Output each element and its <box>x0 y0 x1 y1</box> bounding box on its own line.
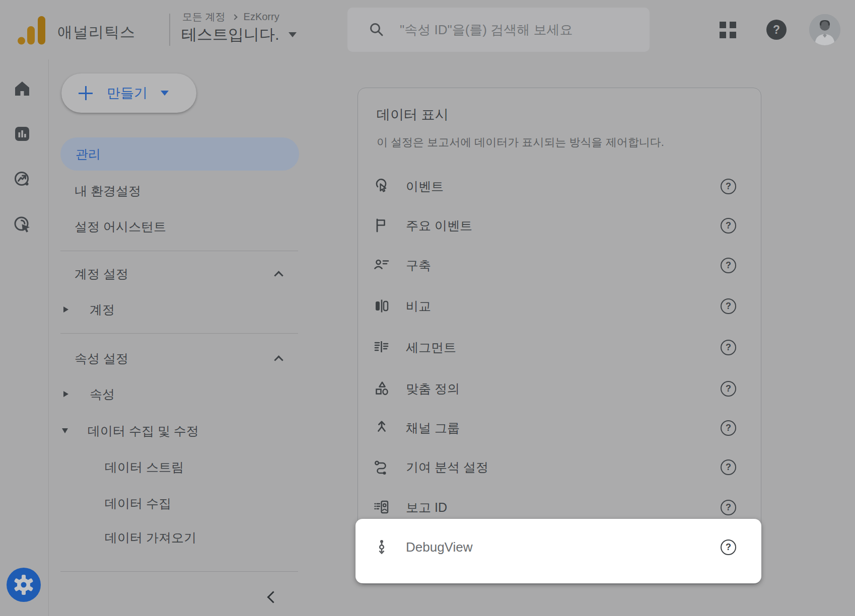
sidebar-item-my-preferences[interactable]: 내 환경설정 <box>75 182 141 200</box>
avatar[interactable] <box>809 14 840 45</box>
sidebar-item-property[interactable]: 속성 <box>63 385 115 403</box>
sidebar-item-admin[interactable]: 관리 <box>60 137 299 171</box>
sidebar-item-label: 속성 <box>90 386 115 403</box>
breadcrumb-account-name: EzKorry <box>244 11 279 23</box>
sidebar-item-data-import[interactable]: 데이터 가져오기 <box>105 528 196 547</box>
attribution-icon <box>373 458 391 476</box>
row-label: 구축 <box>406 257 431 274</box>
touch-event-icon <box>373 177 391 195</box>
sidebar-item-label: 관리 <box>76 146 101 163</box>
row-label: 채널 그룹 <box>406 420 460 436</box>
card-row-custom-definitions[interactable]: 맞춤 정의 <box>373 373 736 404</box>
analytics-admin-page: 애널리틱스 모든 계정 EzKorry 테스트입니다. "속성 ID"을(를) … <box>0 0 855 616</box>
card-row-key-events[interactable]: 주요 이벤트 <box>373 210 736 241</box>
card-row-channel-groups[interactable]: 채널 그룹 <box>373 413 736 443</box>
sidebar-section-account-settings[interactable]: 계정 설정 <box>75 265 282 283</box>
collapse-sidebar-icon[interactable] <box>267 591 279 603</box>
channel-group-icon <box>373 419 391 437</box>
home-icon[interactable] <box>13 79 32 98</box>
advertising-icon[interactable] <box>13 215 32 234</box>
sidebar-item-label: 계정 <box>90 301 115 318</box>
help-icon[interactable] <box>721 298 736 314</box>
property-selector[interactable]: 테스트입니다. <box>181 24 297 45</box>
analytics-logo[interactable] <box>17 14 47 45</box>
sidebar-item-setup-assistant[interactable]: 설정 어시스턴트 <box>75 217 166 236</box>
card-row-comparisons[interactable]: 비교 <box>373 291 736 321</box>
sidebar-item-label: 데이터 가져오기 <box>105 529 196 546</box>
help-icon[interactable] <box>721 381 736 397</box>
chevron-down-icon[interactable] <box>161 91 169 96</box>
card-row-attribution-settings[interactable]: 기여 분석 설정 <box>373 452 736 482</box>
comparison-icon <box>373 297 391 315</box>
triangle-right-icon[interactable] <box>63 306 68 313</box>
row-label: 세그먼트 <box>406 339 456 356</box>
debugview-highlight: DebugView <box>355 519 761 583</box>
sidebar-item-data-collection[interactable]: 데이터 수집 및 수정 <box>63 422 199 440</box>
card-subtitle: 이 설정은 보고서에 데이터가 표시되는 방식을 제어합니다. <box>377 135 664 150</box>
row-label: 보고 ID <box>406 499 447 516</box>
breadcrumb-all-accounts: 모든 계정 <box>182 10 226 24</box>
sidebar-item-label: 데이터 수집 <box>105 495 171 512</box>
breadcrumb[interactable]: 모든 계정 EzKorry <box>182 10 279 24</box>
help-icon[interactable] <box>721 500 736 515</box>
explore-icon[interactable] <box>13 170 32 189</box>
chevron-up-icon[interactable] <box>274 355 283 364</box>
row-label: 주요 이벤트 <box>406 217 472 234</box>
reporting-id-icon <box>373 498 391 516</box>
sidebar-item-label: 데이터 수집 및 수정 <box>88 423 199 439</box>
help-icon[interactable] <box>721 459 736 475</box>
card-row-segments[interactable]: 세그먼트 <box>373 332 736 362</box>
row-label: 맞춤 정의 <box>406 380 460 397</box>
help-icon[interactable] <box>766 20 787 40</box>
sidebar-item-label: 데이터 스트림 <box>105 459 184 476</box>
card-row-reporting-id[interactable]: 보고 ID <box>373 492 736 522</box>
card-row-debugview[interactable]: DebugView <box>373 532 736 562</box>
chevron-right-icon <box>232 14 237 20</box>
create-button-label: 만들기 <box>107 84 148 102</box>
help-icon[interactable] <box>721 340 736 355</box>
plus-icon <box>79 86 93 100</box>
sidebar-item-data-collection-sub[interactable]: 데이터 수집 <box>105 494 171 512</box>
section-label: 계정 설정 <box>75 266 128 282</box>
card-row-events[interactable]: 이벤트 <box>373 171 736 201</box>
sidebar-divider <box>60 571 298 572</box>
reports-icon[interactable] <box>13 124 32 143</box>
chevron-up-icon[interactable] <box>274 271 283 280</box>
row-label: 기여 분석 설정 <box>406 459 488 476</box>
sidebar-divider <box>60 251 298 251</box>
sidebar-item-label: 설정 어시스턴트 <box>75 218 166 235</box>
segment-icon <box>373 338 391 356</box>
debugview-icon <box>373 538 391 556</box>
help-icon[interactable] <box>721 218 736 234</box>
card-row-audiences[interactable]: 구축 <box>373 250 736 280</box>
row-label: DebugView <box>406 540 473 555</box>
sidebar-item-label: 내 환경설정 <box>75 183 141 199</box>
triangle-right-icon[interactable] <box>63 391 68 397</box>
search-input[interactable]: "속성 ID"을(를) 검색해 보세요 <box>347 8 650 52</box>
rail-divider <box>48 59 49 616</box>
search-icon <box>369 22 385 38</box>
section-label: 속성 설정 <box>75 350 128 367</box>
help-icon[interactable] <box>721 179 736 194</box>
apps-grid-icon[interactable] <box>720 22 736 38</box>
header-divider <box>169 14 170 46</box>
help-icon[interactable] <box>721 258 736 273</box>
row-label: 이벤트 <box>406 178 444 195</box>
create-button[interactable]: 만들기 <box>61 73 196 113</box>
audience-icon <box>373 256 391 274</box>
gear-icon[interactable] <box>7 568 41 602</box>
row-label: 비교 <box>406 298 431 315</box>
card-title: 데이터 표시 <box>377 106 449 124</box>
sidebar-item-account[interactable]: 계정 <box>63 300 115 319</box>
product-name: 애널리틱스 <box>57 22 135 43</box>
chevron-down-icon <box>289 32 297 37</box>
property-name: 테스트입니다. <box>181 24 279 45</box>
sidebar-item-data-streams[interactable]: 데이터 스트림 <box>105 458 184 476</box>
custom-definitions-icon <box>373 379 391 398</box>
help-icon[interactable] <box>721 540 736 555</box>
flag-icon <box>373 216 391 235</box>
triangle-down-icon[interactable] <box>62 428 68 433</box>
search-placeholder: "속성 ID"을(를) 검색해 보세요 <box>400 21 573 39</box>
sidebar-section-property-settings[interactable]: 속성 설정 <box>75 349 282 367</box>
help-icon[interactable] <box>721 420 736 436</box>
